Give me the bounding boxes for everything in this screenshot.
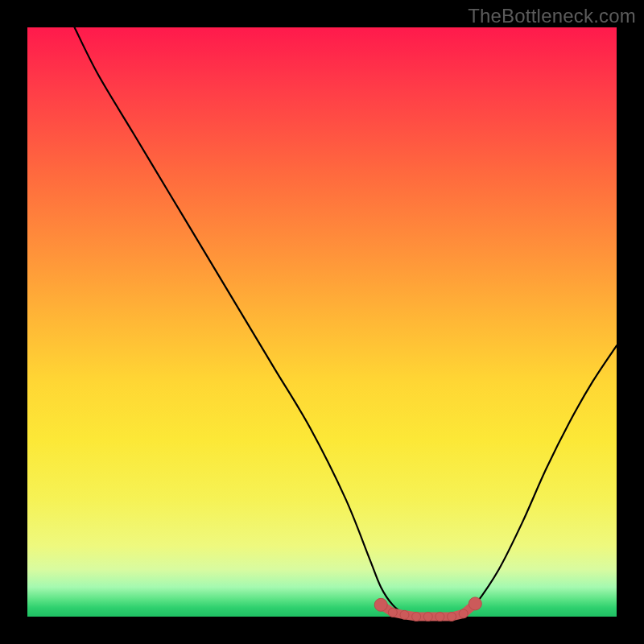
highlight-marker [448,613,456,621]
curve-svg [27,27,617,617]
highlight-marker [436,613,444,621]
highlight-marker [400,610,409,619]
highlight-marker [459,609,468,618]
highlight-marker [374,598,387,611]
chart-frame: TheBottleneck.com [0,0,644,644]
bottleneck-curve [75,27,617,617]
highlight-marker [423,613,432,621]
watermark-text: TheBottleneck.com [468,5,636,27]
plot-area [27,27,617,617]
highlight-marker [412,613,421,621]
highlight-marker [469,597,481,610]
highlight-markers [374,597,481,621]
highlight-marker [388,608,397,617]
